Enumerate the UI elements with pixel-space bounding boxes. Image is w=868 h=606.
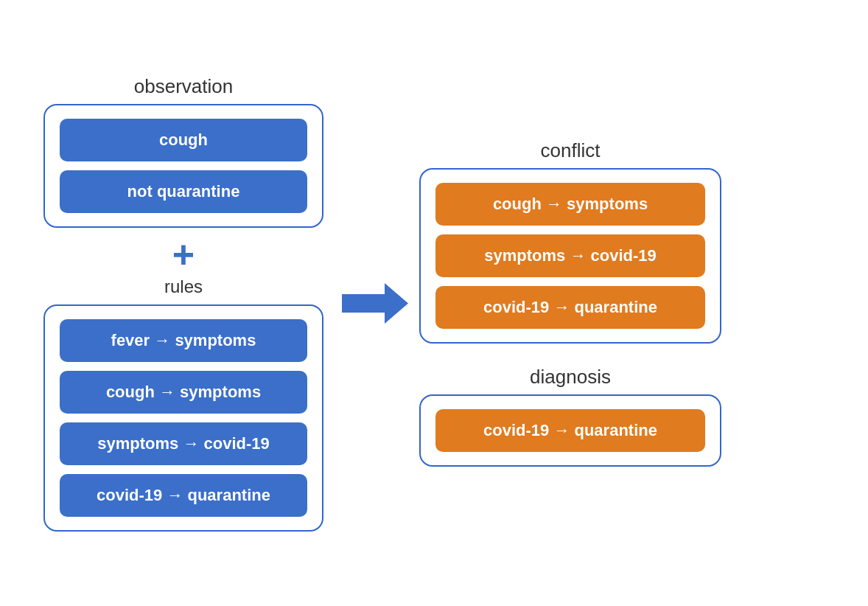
svg-marker-0 (342, 283, 408, 324)
conflict-item-2: covid-19 → quarantine (435, 286, 705, 329)
diagnosis-label: diagnosis (530, 366, 611, 389)
diagnosis-section: diagnosis covid-19 → quarantine (412, 366, 729, 467)
rules-item-2: symptoms → covid-19 (60, 422, 307, 465)
diagnosis-panel: covid-19 → quarantine (419, 394, 721, 467)
right-arrow-icon (342, 283, 408, 324)
conflict-section: conflict cough → symptoms symptoms → cov… (412, 139, 729, 344)
right-column: conflict cough → symptoms symptoms → cov… (412, 139, 729, 467)
conflict-panel: cough → symptoms symptoms → covid-19 cov… (419, 168, 721, 344)
rules-item-1: cough → symptoms (60, 371, 307, 414)
diagnosis-item-0: covid-19 → quarantine (435, 409, 705, 452)
rules-item-3: covid-19 → quarantine (60, 474, 307, 517)
plus-section: + rules (164, 235, 203, 297)
observation-section: observation cough not quarantine (43, 75, 323, 228)
observation-label: observation (134, 75, 233, 98)
rules-panel: fever → symptoms cough → symptoms sympto… (43, 304, 323, 532)
rules-label: rules (164, 276, 203, 297)
conflict-item-1: symptoms → covid-19 (435, 234, 705, 277)
arrow-section (338, 283, 412, 324)
observation-panel: cough not quarantine (43, 104, 323, 228)
conflict-item-0: cough → symptoms (435, 183, 705, 226)
rules-item-0: fever → symptoms (60, 319, 307, 362)
observation-item-0: cough (60, 119, 307, 161)
conflict-label: conflict (541, 139, 601, 162)
diagram: observation cough not quarantine + rules… (29, 75, 839, 532)
observation-item-1: not quarantine (60, 170, 307, 213)
left-column: observation cough not quarantine + rules… (29, 75, 338, 532)
plus-icon: + (172, 235, 195, 274)
